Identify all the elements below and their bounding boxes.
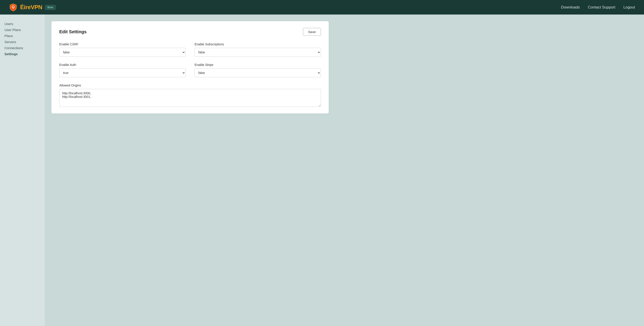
sidebar-item-servers[interactable]: Servers: [4, 39, 40, 45]
sidebar-item-settings[interactable]: Settings: [4, 51, 40, 57]
enable-subscriptions-label: Enable Subscriptions: [194, 42, 321, 46]
layout: Users User Plans Plans Servers Connectio…: [0, 14, 644, 326]
enable-stripe-select[interactable]: false true: [194, 68, 321, 77]
beta-badge: Beta: [45, 5, 56, 10]
header-nav: Downloads Contact Support Logout: [561, 5, 635, 9]
logo-icon: [9, 3, 18, 12]
sidebar-item-user-plans[interactable]: User Plans: [4, 27, 40, 33]
contact-support-link[interactable]: Contact Support: [588, 5, 616, 9]
header-left: ÉireVPN Beta: [9, 3, 56, 12]
sidebar-item-plans[interactable]: Plans: [4, 33, 40, 39]
save-button[interactable]: Save: [303, 28, 321, 36]
sidebar-item-connections[interactable]: Connections: [4, 45, 40, 51]
enable-stripe-label: Enable Stripe: [194, 63, 321, 67]
enable-subscriptions-select[interactable]: false true: [194, 48, 321, 57]
enable-csrf-group: Enable CSRF false true: [59, 42, 186, 57]
enable-csrf-select[interactable]: false true: [59, 48, 186, 57]
card-header: Edit Settings Save: [59, 28, 321, 36]
enable-csrf-label: Enable CSRF: [59, 42, 186, 46]
enable-auth-select[interactable]: false true: [59, 68, 186, 77]
allowed-origins-group: Allowed Origins http://localhost:3000, h…: [59, 84, 321, 107]
form-grid: Enable CSRF false true Enable Subscripti…: [59, 42, 321, 107]
enable-auth-label: Enable Auth: [59, 63, 186, 67]
header: ÉireVPN Beta Downloads Contact Support L…: [0, 0, 644, 14]
brand-name: ÉireVPN: [20, 4, 42, 11]
enable-subscriptions-group: Enable Subscriptions false true: [194, 42, 321, 57]
svg-rect-1: [13, 7, 14, 9]
downloads-link[interactable]: Downloads: [561, 5, 580, 9]
enable-stripe-group: Enable Stripe false true: [194, 63, 321, 77]
sidebar-item-users[interactable]: Users: [4, 21, 40, 27]
page-title: Edit Settings: [59, 29, 86, 34]
settings-card: Edit Settings Save Enable CSRF false tru…: [52, 21, 329, 113]
logout-link[interactable]: Logout: [624, 5, 635, 9]
main-content: Edit Settings Save Enable CSRF false tru…: [45, 14, 644, 326]
sidebar: Users User Plans Plans Servers Connectio…: [0, 14, 45, 326]
allowed-origins-textarea[interactable]: http://localhost:3000, http://localhost:…: [59, 89, 321, 107]
allowed-origins-label: Allowed Origins: [59, 84, 321, 87]
enable-auth-group: Enable Auth false true: [59, 63, 186, 77]
